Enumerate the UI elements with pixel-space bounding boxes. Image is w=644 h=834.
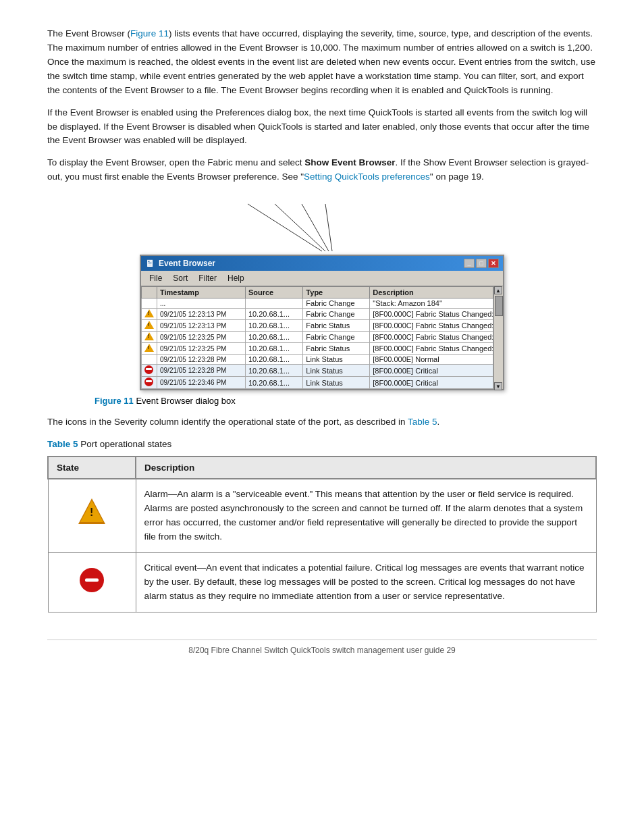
table5-link[interactable]: Table 5 (408, 417, 437, 427)
row-severity-icon: ! (142, 332, 157, 343)
row-type: Fabric Change (303, 332, 370, 343)
event-table: Timestamp Source Type Description (141, 286, 493, 389)
figure-caption-label[interactable]: Figure 11 (95, 396, 134, 406)
window-diagram: 🖥 Event Browser _ □ ✕ File Sort Filter H… (126, 201, 518, 390)
row-source: 10.20.68.1... (245, 332, 302, 343)
row-source: 10.20.68.1... (245, 343, 302, 355)
table-row: ! 09/21/05 12:23:13 PM 10.20.68.1... Fab… (142, 309, 493, 320)
svg-line-2 (302, 204, 329, 251)
row-type: Link Status (303, 377, 370, 389)
quicktools-prefs-link[interactable]: Setting QuickTools preferences (304, 172, 430, 182)
table-row: ! 09/21/05 12:23:25 PM 10.20.68.1... Fab… (142, 343, 493, 355)
window-app-icon: 🖥 (145, 258, 155, 269)
row-severity-icon: ! (142, 343, 157, 355)
show-event-browser-bold: Show Event Browser (304, 157, 395, 167)
row-type: Fabric Status (303, 343, 370, 355)
critical-icon (80, 568, 104, 592)
row-source: 10.20.68.1... (245, 355, 302, 365)
row-description: [8F00.000E] Critical (370, 377, 493, 389)
menu-filter[interactable]: Filter (193, 272, 222, 284)
row-source (245, 298, 302, 309)
svg-line-0 (248, 204, 322, 251)
col-description: Description (370, 287, 493, 298)
row-description: [8F00.000C] Fabric Status Changed: Warni… (370, 343, 493, 355)
figure-container: 🖥 Event Browser _ □ ✕ File Sort Filter H… (47, 201, 597, 406)
col-timestamp: Timestamp (157, 287, 246, 298)
row-source: 10.20.68.1... (245, 309, 302, 320)
critical-minus-bar (85, 578, 99, 581)
col-source: Source (245, 287, 302, 298)
window-menu: File Sort Filter Help (141, 271, 503, 286)
intro-paragraph-1: The Event Browser (Figure 11) The Event … (47, 27, 597, 98)
scrollbar[interactable]: ▲ ▼ (493, 286, 503, 389)
svg-line-3 (325, 204, 332, 251)
alarm-icon: ! (77, 498, 107, 528)
row-timestamp: ... (157, 298, 246, 309)
alarm-state-cell: ! (48, 479, 136, 552)
row-description: [8F00.000C] Fabric Status Changed: Unkno… (370, 309, 493, 320)
row-source: 10.20.68.1... (245, 365, 302, 377)
scroll-up-button[interactable]: ▲ (494, 286, 502, 294)
scroll-thumb[interactable] (495, 296, 503, 316)
event-browser-window: 🖥 Event Browser _ □ ✕ File Sort Filter H… (140, 255, 504, 390)
table-row: ... Fabric Change "Stack: Amazon 184" (142, 298, 493, 309)
row-type: Fabric Status (303, 320, 370, 332)
table-label-line: Table 5 Port operational states (47, 438, 597, 452)
row-timestamp: 09/21/05 12:23:46 PM (157, 377, 246, 389)
page-content: The Event Browser (Figure 11) The Event … (0, 0, 644, 696)
row-type: Link Status (303, 365, 370, 377)
row-timestamp: 09/21/05 12:23:25 PM (157, 343, 246, 355)
severity-paragraph: The icons in the Severity column identif… (47, 415, 597, 429)
row-timestamp: 09/21/05 12:23:25 PM (157, 332, 246, 343)
row-timestamp: 09/21/05 12:23:28 PM (157, 365, 246, 377)
row-description: [8F00.000E] Normal (370, 355, 493, 365)
window-controls[interactable]: _ □ ✕ (464, 259, 499, 268)
row-type: Link Status (303, 355, 370, 365)
diagonal-lines-svg (126, 201, 518, 255)
figure11-link[interactable]: Figure 11 (130, 28, 169, 38)
intro-paragraph-2: If the Event Browser is enabled using th… (47, 106, 597, 149)
intro-paragraph-3: To display the Event Browser, open the F… (47, 156, 597, 184)
menu-help[interactable]: Help (222, 272, 250, 284)
row-type: Fabric Change (303, 298, 370, 309)
row-severity-icon (142, 365, 157, 377)
menu-file[interactable]: File (144, 272, 167, 284)
row-severity-icon (142, 377, 157, 389)
table-title-text: Port operational states (78, 439, 172, 449)
figure-caption-text: Event Browser dialog box (134, 396, 236, 406)
minimize-button[interactable]: _ (464, 259, 475, 268)
alarm-description-cell: Alarm—An alarm is a "serviceable event."… (136, 479, 596, 552)
table-row: 09/21/05 12:23:46 PM 10.20.68.1... Link … (142, 377, 493, 389)
critical-state-cell (48, 552, 136, 612)
table-row: ! Alarm—An alarm is a "serviceable event… (48, 479, 596, 552)
critical-description-cell: Critical event—An event that indicates a… (136, 552, 596, 612)
table5-label[interactable]: Table 5 (47, 439, 78, 449)
table-row: 09/21/05 12:23:28 PM 10.20.68.1... Link … (142, 355, 493, 365)
figure-caption: Figure 11 Event Browser dialog box (95, 396, 236, 406)
page-footer: 8/20q Fibre Channel Switch QuickTools sw… (47, 640, 597, 655)
close-button[interactable]: ✕ (488, 259, 499, 268)
row-source: 10.20.68.1... (245, 320, 302, 332)
scroll-down-button[interactable]: ▼ (494, 382, 502, 390)
window-title-text: Event Browser (159, 259, 215, 268)
table-scrollbar-area: Timestamp Source Type Description (141, 286, 503, 389)
port-table: State Description ! Alarm—An alarm is a … (47, 456, 597, 612)
table-row: ! 09/21/05 12:23:13 PM 10.20.68.1... Fab… (142, 320, 493, 332)
table-row: ! 09/21/05 12:23:25 PM 10.20.68.1... Fab… (142, 332, 493, 343)
footer-text: 8/20q Fibre Channel Switch QuickTools sw… (188, 646, 456, 655)
col-severity (142, 287, 157, 298)
table-wrapper: Timestamp Source Type Description (141, 286, 493, 389)
row-description: [8F00.000C] Fabric Status Changed: Unkno… (370, 320, 493, 332)
restore-button[interactable]: □ (476, 259, 487, 268)
row-severity-icon (142, 298, 157, 309)
row-description: [8F00.000C] Fabric Status Changed: Unkno… (370, 332, 493, 343)
window-title-bar: 🖥 Event Browser _ □ ✕ (141, 256, 503, 271)
table-row: 09/21/05 12:23:28 PM 10.20.68.1... Link … (142, 365, 493, 377)
row-timestamp: 09/21/05 12:23:13 PM (157, 320, 246, 332)
port-table-header-state: State (48, 457, 136, 479)
row-description: [8F00.000E] Critical (370, 365, 493, 377)
row-severity-icon: ! (142, 309, 157, 320)
menu-sort[interactable]: Sort (167, 272, 193, 284)
port-table-header-description: Description (136, 457, 596, 479)
row-description: "Stack: Amazon 184" (370, 298, 493, 309)
